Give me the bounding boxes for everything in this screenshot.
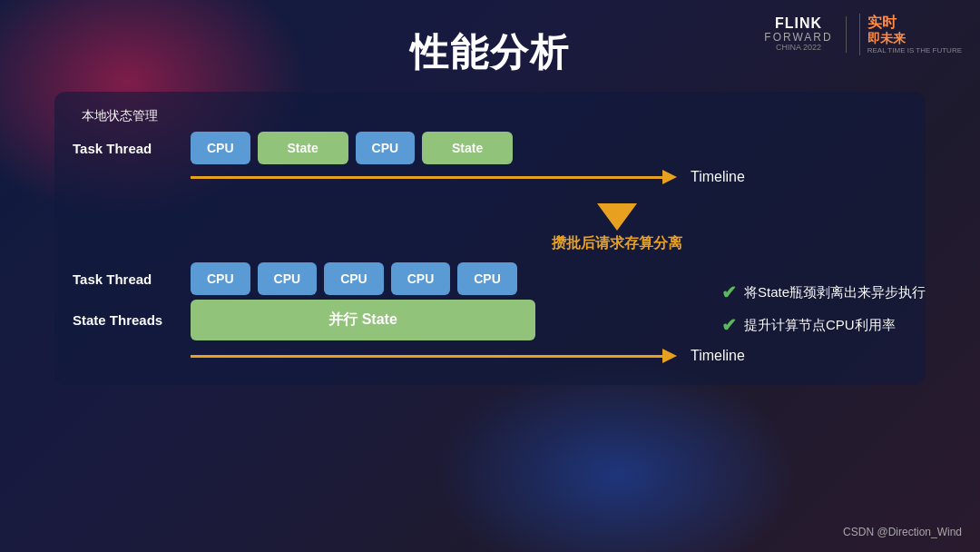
check-icon-2: ✔ — [721, 314, 737, 336]
down-arrow-icon — [597, 203, 637, 231]
top-block-state-2: State — [422, 132, 513, 164]
top-thread-row: Task Thread CPU State CPU State — [73, 132, 907, 164]
down-arrow-container: 攒批后请求存算分离 — [552, 203, 682, 253]
bottom-block-cpu-2: CPU — [258, 262, 318, 295]
top-block-cpu-1: CPU — [191, 132, 250, 164]
bottom-timeline-arrow — [662, 349, 677, 363]
bottom-timeline-label: Timeline — [691, 348, 745, 364]
middle-section: 攒批后请求存算分离 — [73, 203, 907, 253]
top-thread-label: Task Thread — [73, 141, 181, 156]
benefit-item-1: ✔ 将State瓶颈剥离出来异步执行 — [721, 281, 926, 303]
bottom-block-cpu-3: CPU — [324, 262, 384, 295]
page-title: 性能分析 — [45, 27, 935, 78]
benefit-item-2: ✔ 提升计算节点CPU利用率 — [721, 314, 926, 336]
bottom-block-cpu-5: CPU — [457, 262, 517, 295]
main-content: 性能分析 本地状态管理 Task Thread CPU State CPU St… — [0, 0, 980, 552]
bottom-block-cpu-1: CPU — [191, 262, 250, 295]
bottom-timeline-row: Timeline — [191, 348, 907, 364]
parallel-state-block: 并行 State — [191, 300, 535, 340]
top-block-cpu-2: CPU — [356, 132, 416, 164]
top-timeline-row: Timeline — [191, 169, 907, 185]
bottom-block-cpu-4: CPU — [391, 262, 451, 295]
top-blocks-row: CPU State CPU State — [191, 132, 513, 164]
top-timeline-line — [191, 176, 662, 179]
top-timeline-arrow — [662, 170, 677, 184]
bottom-timeline-line — [191, 355, 662, 358]
bottom-task-thread-label: Task Thread — [73, 271, 181, 287]
top-block-state-1: State — [258, 132, 348, 164]
benefits-section: ✔ 将State瓶颈剥离出来异步执行 ✔ 提升计算节点CPU利用率 — [721, 281, 926, 347]
benefit-text-2: 提升计算节点CPU利用率 — [744, 317, 896, 334]
section-label: 本地状态管理 — [82, 108, 907, 124]
state-threads-label: State Threads — [73, 312, 181, 328]
down-arrow-label: 攒批后请求存算分离 — [552, 234, 682, 253]
bottom-cpu-blocks-row: CPU CPU CPU CPU CPU — [191, 262, 517, 295]
check-icon-1: ✔ — [721, 281, 737, 303]
benefit-text-1: 将State瓶颈剥离出来异步执行 — [744, 284, 926, 301]
top-timeline-label: Timeline — [691, 169, 745, 185]
top-diagram: Task Thread CPU State CPU State Timeline — [73, 132, 907, 185]
